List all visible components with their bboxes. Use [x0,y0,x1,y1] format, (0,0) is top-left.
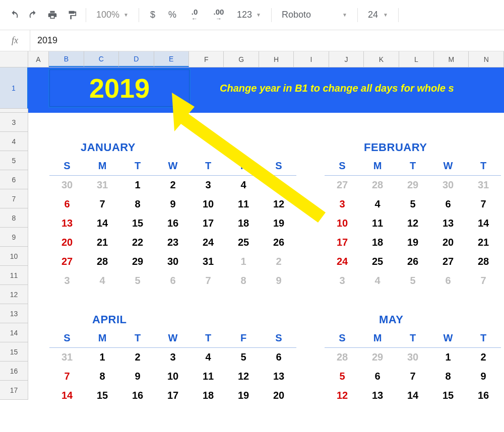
col-header-I[interactable]: I [294,51,329,67]
spreadsheet-grid: ABCDEFGHIJKLMN 134567891011121314151617 … [0,51,504,400]
calendar-day: 31 [49,351,85,363]
month-title: FEBRUARY [325,141,504,154]
row-header-16[interactable]: 16 [0,362,28,381]
calendar-day: 7 [85,198,120,210]
calendar-day: 15 [430,390,466,400]
row-header-5[interactable]: 5 [0,151,28,170]
row-header-4[interactable]: 4 [0,132,28,151]
decrease-decimal-button[interactable]: .0 ← [183,6,206,24]
calendar-day: 6 [360,371,395,382]
calendar-day: 8 [85,371,120,382]
col-header-G[interactable]: G [224,51,259,67]
row-header-2[interactable] [0,109,28,113]
col-header-B[interactable]: B [49,51,84,67]
col-header-A[interactable]: A [28,51,49,67]
calendar-day: 16 [120,390,155,400]
redo-button[interactable] [24,6,42,24]
print-button[interactable] [43,6,61,24]
row-header-3[interactable]: 3 [0,113,28,132]
select-all-corner[interactable] [0,51,28,67]
col-header-D[interactable]: D [119,51,154,67]
selection-handle[interactable] [187,105,191,108]
chevron-down-icon: ▼ [256,12,261,18]
calendar-day: 8 [226,275,261,286]
col-header-K[interactable]: K [364,51,399,67]
calendar-day: 29 [360,351,395,363]
calendar-day: 11 [360,218,395,229]
calendar-day: 9 [261,275,296,286]
row-header-9[interactable]: 9 [0,228,28,247]
calendar-header: W [155,332,191,344]
calendar-day: 6 [261,351,296,363]
formula-bar: fx [0,30,504,51]
calendar-day: 12 [226,371,261,382]
calendar-day: 2 [120,351,155,363]
separator [86,8,86,22]
row-header-10[interactable]: 10 [0,247,28,266]
calendar-day: 14 [85,218,120,229]
calendar-day: 20 [49,237,85,248]
calendar-day: 12 [325,390,360,400]
calendar-header: M [85,332,120,344]
calendar-day: 26 [261,237,296,248]
calendar-header: T [191,332,226,344]
currency-button[interactable]: $ [144,6,161,24]
calendar-day: 29 [120,256,155,267]
row-header-15[interactable]: 15 [0,342,28,362]
calendar-day: 9 [120,371,155,382]
calendar-day: 5 [261,179,296,191]
calendar-day: 25 [360,256,395,267]
col-header-H[interactable]: H [259,51,294,67]
row-header-14[interactable]: 14 [0,323,28,342]
font-dropdown[interactable]: Roboto ▼ [277,6,352,24]
calendar-day: 12 [261,198,296,210]
zoom-dropdown[interactable]: 100% ▼ [91,6,134,24]
chevron-down-icon: ▼ [123,12,129,18]
increase-decimal-button[interactable]: .00 → [207,6,231,24]
calendar-day: 18 [360,237,395,248]
col-header-E[interactable]: E [154,51,189,67]
calendar-header: W [430,160,466,172]
calendar-day: 30 [430,179,466,191]
row-header-13[interactable]: 13 [0,304,28,323]
calendar-header: F [226,332,261,344]
row-header-7[interactable]: 7 [0,189,28,208]
calendar-header: T [120,332,155,344]
calendar-day: 4 [360,275,395,286]
calendar-day: 6 [430,275,466,286]
row-header-17[interactable]: 17 [0,381,28,400]
calendar-day: 19 [395,237,430,248]
col-header-N[interactable]: N [469,51,503,67]
formula-input[interactable] [30,30,504,51]
calendar-day: 1 [120,179,155,191]
year-cell[interactable]: 2019 [49,69,190,107]
calendar-header: F [226,160,261,172]
calendar-day: 31 [85,179,120,191]
row-header-8[interactable]: 8 [0,208,28,228]
calendar-day: 20 [430,237,466,248]
undo-button[interactable] [5,6,23,24]
year-value: 2019 [89,73,150,104]
fx-label: fx [0,30,30,51]
paint-format-button[interactable] [62,6,81,24]
col-header-F[interactable]: F [189,51,224,67]
calendar-header: S [325,332,360,344]
calendar-header: T [466,332,501,344]
calendar-day: 3 [191,179,226,191]
col-header-J[interactable]: J [329,51,364,67]
col-header-C[interactable]: C [84,51,119,67]
percent-button[interactable]: % [162,6,182,24]
row-header-1[interactable]: 1 [0,67,28,109]
calendar-day: 7 [466,275,501,286]
number-format-dropdown[interactable]: 123 ▼ [232,6,266,24]
calendar-day: 14 [395,390,430,400]
calendar-day: 9 [155,198,191,210]
calendar-day: 30 [155,256,191,267]
row-header-11[interactable]: 11 [0,266,28,285]
row-header-6[interactable]: 6 [0,170,28,189]
col-header-L[interactable]: L [399,51,434,67]
col-header-M[interactable]: M [434,51,469,67]
row-header-12[interactable]: 12 [0,285,28,304]
sheet-canvas[interactable]: 2019 Change year in B1 to change all day… [28,67,504,400]
font-size-dropdown[interactable]: 24 ▼ [363,6,393,24]
